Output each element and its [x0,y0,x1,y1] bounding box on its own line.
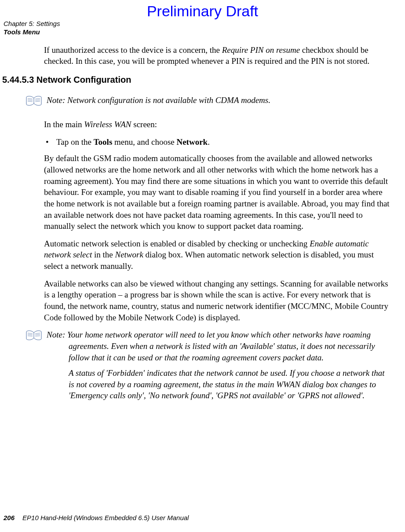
text-bold: Tools [94,137,113,147]
manual-title: EP10 Hand-Held (Windows Embedded 6.5) Us… [22,514,189,521]
note-text: Note: Your home network operator will ne… [47,329,392,401]
book-icon [26,95,42,109]
content-area: If unauthorized access to the device is … [0,36,405,401]
note-para-1: Note: Your home network operator will ne… [47,329,392,363]
text-italic: Network [115,250,143,259]
section-heading: 5.44.5.3 Network Configuration [2,75,392,85]
note-block-1: Note: Network configuration is not avail… [26,95,392,109]
chapter-subline: Tools Menu [0,28,405,36]
page-footer: 206EP10 Hand-Held (Windows Embedded 6.5)… [4,514,189,521]
page-number: 206 [4,514,15,521]
text: In the main [44,120,84,129]
paragraph: Available networks can also be viewed wi… [44,278,392,323]
chapter-line: Chapter 5: Settings [0,20,405,28]
draft-banner: Preliminary Draft [0,0,405,20]
text: If unauthorized access to the device is … [44,45,222,55]
section-number: 5.44.5.3 [2,75,36,84]
book-icon [26,330,42,344]
note-block-2: Note: Your home network operator will ne… [26,329,392,401]
text: screen: [131,120,157,129]
section-title: Network Configuration [36,75,131,84]
paragraph: By default the GSM radio modem automatic… [44,153,392,231]
text-italic: Wireless WAN [84,120,131,129]
note-text: Note: Network configuration is not avail… [47,95,270,106]
text: Tap on the [56,137,94,147]
text-bold: Network [176,137,208,147]
paragraph: Automatic network selection is enabled o… [44,238,392,272]
text-italic: Require PIN on resume [222,45,300,55]
page: Preliminary Draft Chapter 5: Settings To… [0,0,405,532]
paragraph: In the main Wireless WAN screen: [44,119,392,130]
text: in the [92,250,115,259]
list-item: Tap on the Tools menu, and choose Networ… [44,136,392,148]
bullet-list: Tap on the Tools menu, and choose Networ… [44,136,392,148]
note-para-2: A status of 'Forbidden' indicates that t… [47,367,392,401]
text: menu, and choose [112,137,176,147]
intro-paragraph: If unauthorized access to the device is … [44,44,392,67]
text: . [208,137,210,147]
text: Automatic network selection is enabled o… [44,239,310,248]
